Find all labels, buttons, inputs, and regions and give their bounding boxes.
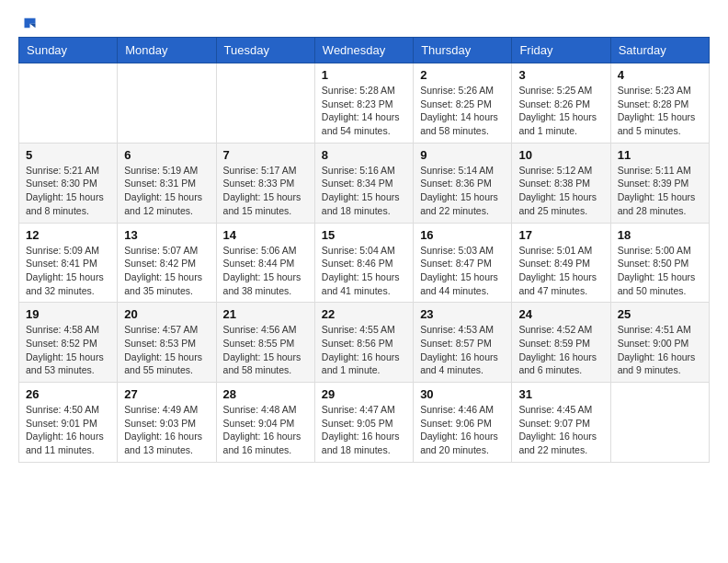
weekday-header-friday: Friday: [512, 38, 610, 63]
day-number: 30: [420, 387, 505, 401]
calendar-week-row: 5Sunrise: 5:21 AMSunset: 8:30 PMDaylight…: [19, 143, 710, 223]
calendar-cell: 22Sunrise: 4:55 AMSunset: 8:56 PMDayligh…: [314, 303, 413, 383]
calendar-cell: 31Sunrise: 4:45 AMSunset: 9:07 PMDayligh…: [512, 383, 610, 463]
day-info: Sunrise: 5:14 AMSunset: 8:36 PMDaylight:…: [420, 164, 505, 218]
calendar-week-row: 12Sunrise: 5:09 AMSunset: 8:41 PMDayligh…: [19, 223, 710, 303]
day-number: 29: [322, 387, 406, 401]
day-number: 22: [322, 307, 406, 321]
day-number: 19: [26, 307, 110, 321]
calendar-cell: [118, 63, 216, 144]
calendar-table: SundayMondayTuesdayWednesdayThursdayFrid…: [18, 37, 710, 463]
calendar-cell: 21Sunrise: 4:56 AMSunset: 8:55 PMDayligh…: [216, 303, 314, 383]
day-number: 1: [322, 68, 406, 82]
day-number: 15: [322, 228, 406, 242]
day-info: Sunrise: 4:50 AMSunset: 9:01 PMDaylight:…: [26, 403, 110, 457]
day-info: Sunrise: 5:23 AMSunset: 8:28 PMDaylight:…: [618, 84, 702, 138]
calendar-cell: 11Sunrise: 5:11 AMSunset: 8:39 PMDayligh…: [610, 143, 709, 223]
day-number: 27: [124, 387, 209, 401]
logo: [18, 15, 37, 28]
day-number: 18: [618, 228, 702, 242]
day-info: Sunrise: 5:04 AMSunset: 8:46 PMDaylight:…: [322, 244, 406, 298]
weekday-header-sunday: Sunday: [19, 38, 118, 63]
page: SundayMondayTuesdayWednesdayThursdayFrid…: [0, 0, 728, 472]
day-number: 21: [223, 307, 308, 321]
day-info: Sunrise: 4:47 AMSunset: 9:05 PMDaylight:…: [322, 403, 406, 457]
day-info: Sunrise: 4:53 AMSunset: 8:57 PMDaylight:…: [420, 323, 505, 377]
weekday-header-saturday: Saturday: [610, 38, 709, 63]
calendar-cell: 16Sunrise: 5:03 AMSunset: 8:47 PMDayligh…: [414, 223, 512, 303]
day-number: 28: [223, 387, 308, 401]
day-info: Sunrise: 4:51 AMSunset: 9:00 PMDaylight:…: [618, 323, 702, 377]
day-info: Sunrise: 5:19 AMSunset: 8:31 PMDaylight:…: [124, 164, 209, 218]
day-info: Sunrise: 4:48 AMSunset: 9:04 PMDaylight:…: [223, 403, 308, 457]
day-number: 12: [26, 228, 110, 242]
day-info: Sunrise: 4:55 AMSunset: 8:56 PMDaylight:…: [322, 323, 406, 377]
calendar-cell: 19Sunrise: 4:58 AMSunset: 8:52 PMDayligh…: [19, 303, 118, 383]
calendar-cell: 18Sunrise: 5:00 AMSunset: 8:50 PMDayligh…: [610, 223, 709, 303]
day-info: Sunrise: 5:16 AMSunset: 8:34 PMDaylight:…: [322, 164, 406, 218]
day-number: 16: [420, 228, 505, 242]
calendar-week-row: 1Sunrise: 5:28 AMSunset: 8:23 PMDaylight…: [19, 63, 710, 144]
calendar-cell: 8Sunrise: 5:16 AMSunset: 8:34 PMDaylight…: [314, 143, 413, 223]
day-info: Sunrise: 5:03 AMSunset: 8:47 PMDaylight:…: [420, 244, 505, 298]
header: [18, 15, 710, 28]
calendar-cell: 28Sunrise: 4:48 AMSunset: 9:04 PMDayligh…: [216, 383, 314, 463]
day-number: 31: [518, 387, 603, 401]
logo-text: [18, 15, 37, 31]
calendar-cell: 17Sunrise: 5:01 AMSunset: 8:49 PMDayligh…: [512, 223, 610, 303]
day-number: 8: [322, 148, 406, 162]
day-info: Sunrise: 5:21 AMSunset: 8:30 PMDaylight:…: [26, 164, 110, 218]
day-info: Sunrise: 5:11 AMSunset: 8:39 PMDaylight:…: [618, 164, 702, 218]
day-info: Sunrise: 4:58 AMSunset: 8:52 PMDaylight:…: [26, 323, 110, 377]
day-number: 23: [420, 307, 505, 321]
calendar-cell: 1Sunrise: 5:28 AMSunset: 8:23 PMDaylight…: [314, 63, 413, 144]
day-info: Sunrise: 5:12 AMSunset: 8:38 PMDaylight:…: [518, 164, 603, 218]
day-number: 17: [518, 228, 603, 242]
calendar-cell: [19, 63, 118, 144]
calendar-cell: 27Sunrise: 4:49 AMSunset: 9:03 PMDayligh…: [118, 383, 216, 463]
day-info: Sunrise: 5:07 AMSunset: 8:42 PMDaylight:…: [124, 244, 209, 298]
weekday-header-thursday: Thursday: [414, 38, 512, 63]
weekday-header-monday: Monday: [118, 38, 216, 63]
day-info: Sunrise: 4:49 AMSunset: 9:03 PMDaylight:…: [124, 403, 209, 457]
calendar-cell: 15Sunrise: 5:04 AMSunset: 8:46 PMDayligh…: [314, 223, 413, 303]
calendar-cell: 14Sunrise: 5:06 AMSunset: 8:44 PMDayligh…: [216, 223, 314, 303]
calendar-header: SundayMondayTuesdayWednesdayThursdayFrid…: [19, 38, 710, 63]
day-number: 20: [124, 307, 209, 321]
svg-marker-1: [30, 24, 36, 29]
calendar-cell: 5Sunrise: 5:21 AMSunset: 8:30 PMDaylight…: [19, 143, 118, 223]
day-number: 26: [26, 387, 110, 401]
weekday-header-row: SundayMondayTuesdayWednesdayThursdayFrid…: [19, 38, 710, 63]
calendar-cell: 29Sunrise: 4:47 AMSunset: 9:05 PMDayligh…: [314, 383, 413, 463]
logo-icon: [20, 15, 37, 31]
day-info: Sunrise: 5:28 AMSunset: 8:23 PMDaylight:…: [322, 84, 406, 138]
day-number: 14: [223, 228, 308, 242]
day-info: Sunrise: 5:25 AMSunset: 8:26 PMDaylight:…: [518, 84, 603, 138]
day-number: 10: [518, 148, 603, 162]
day-info: Sunrise: 4:46 AMSunset: 9:06 PMDaylight:…: [420, 403, 505, 457]
calendar-cell: 2Sunrise: 5:26 AMSunset: 8:25 PMDaylight…: [414, 63, 512, 144]
day-number: 4: [618, 68, 702, 82]
day-info: Sunrise: 4:57 AMSunset: 8:53 PMDaylight:…: [124, 323, 209, 377]
day-info: Sunrise: 5:06 AMSunset: 8:44 PMDaylight:…: [223, 244, 308, 298]
calendar-cell: 9Sunrise: 5:14 AMSunset: 8:36 PMDaylight…: [414, 143, 512, 223]
day-number: 3: [518, 68, 603, 82]
calendar-cell: [610, 383, 709, 463]
day-info: Sunrise: 5:00 AMSunset: 8:50 PMDaylight:…: [618, 244, 702, 298]
calendar-cell: 10Sunrise: 5:12 AMSunset: 8:38 PMDayligh…: [512, 143, 610, 223]
calendar-cell: 26Sunrise: 4:50 AMSunset: 9:01 PMDayligh…: [19, 383, 118, 463]
day-info: Sunrise: 5:09 AMSunset: 8:41 PMDaylight:…: [26, 244, 110, 298]
calendar-cell: 23Sunrise: 4:53 AMSunset: 8:57 PMDayligh…: [414, 303, 512, 383]
day-info: Sunrise: 5:17 AMSunset: 8:33 PMDaylight:…: [223, 164, 308, 218]
day-number: 7: [223, 148, 308, 162]
calendar-body: 1Sunrise: 5:28 AMSunset: 8:23 PMDaylight…: [19, 63, 710, 463]
calendar-cell: 7Sunrise: 5:17 AMSunset: 8:33 PMDaylight…: [216, 143, 314, 223]
day-number: 25: [618, 307, 702, 321]
calendar-cell: 30Sunrise: 4:46 AMSunset: 9:06 PMDayligh…: [414, 383, 512, 463]
day-info: Sunrise: 5:01 AMSunset: 8:49 PMDaylight:…: [518, 244, 603, 298]
calendar-cell: 25Sunrise: 4:51 AMSunset: 9:00 PMDayligh…: [610, 303, 709, 383]
calendar-cell: 3Sunrise: 5:25 AMSunset: 8:26 PMDaylight…: [512, 63, 610, 144]
calendar-cell: 12Sunrise: 5:09 AMSunset: 8:41 PMDayligh…: [19, 223, 118, 303]
calendar-cell: 24Sunrise: 4:52 AMSunset: 8:59 PMDayligh…: [512, 303, 610, 383]
calendar-cell: 6Sunrise: 5:19 AMSunset: 8:31 PMDaylight…: [118, 143, 216, 223]
